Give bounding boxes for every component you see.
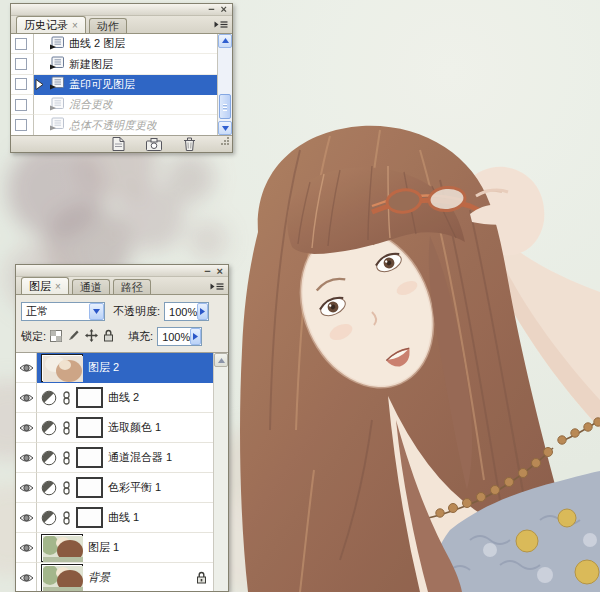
layer-name: 背景 (88, 570, 110, 585)
history-step-label: 混合更改 (69, 97, 113, 112)
tab-close-icon[interactable]: × (72, 20, 78, 31)
layer-mask-thumbnail[interactable] (76, 477, 103, 498)
new-document-from-state-button[interactable] (112, 137, 125, 151)
scrollbar-thumb[interactable] (219, 94, 231, 119)
history-state-icon (48, 36, 65, 52)
layer-thumbnail[interactable] (41, 534, 83, 562)
layer-row[interactable]: 选取颜色 1 (16, 413, 228, 443)
tab-channels[interactable]: 通道 (72, 279, 110, 294)
spinner-arrow-icon[interactable] (190, 328, 201, 345)
layer-row[interactable]: 通道混合器 1 (16, 443, 228, 473)
visibility-toggle[interactable] (16, 353, 37, 383)
visibility-toggle[interactable] (16, 563, 37, 591)
layer-row[interactable]: 图层 2 (16, 353, 228, 383)
history-state-icon (48, 56, 65, 72)
history-brush-checkbox[interactable] (15, 78, 27, 90)
visibility-toggle[interactable] (16, 383, 37, 413)
layer-name: 图层 1 (88, 540, 119, 555)
layers-tabrow: 图层 × 通道 路径 (16, 277, 228, 295)
scroll-up-arrow-icon[interactable] (218, 34, 232, 48)
history-step-label: 新建图层 (69, 57, 113, 72)
panel-menu-icon[interactable] (208, 280, 225, 292)
history-brush-source-cell[interactable] (11, 95, 34, 115)
layer-name: 图层 2 (88, 360, 119, 375)
opacity-field[interactable]: 100% (164, 302, 209, 321)
layer-mask-thumbnail[interactable] (76, 447, 103, 468)
layer-row[interactable]: 图层 1 (16, 533, 228, 563)
tab-paths[interactable]: 路径 (113, 279, 151, 294)
history-brush-source-cell[interactable] (11, 115, 34, 135)
lock-all-padlock-icon[interactable] (103, 329, 114, 344)
scroll-up-arrow-icon[interactable] (214, 353, 228, 367)
lock-position-move-icon[interactable] (85, 329, 98, 344)
close-button[interactable]: × (217, 266, 223, 276)
layer-thumbnail[interactable] (41, 564, 83, 592)
history-brush-checkbox[interactable] (15, 119, 27, 131)
history-step[interactable]: 曲线 2 图层 (11, 34, 232, 54)
history-brush-source-cell[interactable] (11, 54, 34, 74)
visibility-toggle[interactable] (16, 473, 37, 503)
tab-actions[interactable]: 动作 (89, 18, 127, 33)
layer-mask-thumbnail[interactable] (76, 387, 103, 408)
trash-delete-button[interactable] (183, 137, 196, 151)
adjustment-layer-icon (41, 450, 57, 466)
history-step-undone[interactable]: 混合更改 (11, 95, 232, 115)
lock-label: 锁定: (21, 329, 46, 344)
new-snapshot-camera-button[interactable] (146, 138, 162, 151)
tab-layers[interactable]: 图层 × (21, 277, 69, 294)
history-step-label: 盖印可见图层 (69, 77, 135, 92)
history-scrollbar[interactable] (217, 34, 232, 135)
history-state-icon (48, 76, 65, 92)
lock-paint-brush-icon[interactable] (67, 329, 80, 344)
chevron-down-icon[interactable] (89, 303, 104, 320)
fill-label: 填充: (128, 329, 153, 344)
layers-scrollbar[interactable] (213, 353, 228, 591)
visibility-toggle[interactable] (16, 503, 37, 533)
fill-field[interactable]: 100% (157, 327, 202, 346)
layer-name: 曲线 1 (108, 510, 139, 525)
blend-mode-value: 正常 (22, 304, 89, 319)
history-brush-source-cell[interactable] (11, 75, 34, 95)
layer-row-background[interactable]: 背景 (16, 563, 228, 591)
opacity-label: 不透明度: (113, 304, 160, 319)
resize-grip-icon[interactable] (220, 132, 230, 150)
history-step-current[interactable]: 盖印可见图层 (11, 75, 232, 95)
history-brush-checkbox[interactable] (15, 38, 27, 50)
layer-name: 选取颜色 1 (108, 420, 161, 435)
history-step[interactable]: 新建图层 (11, 54, 232, 74)
adjustment-layer-icon (41, 420, 57, 436)
history-panel: − × 历史记录 × 动作 曲线 2 图层 (10, 3, 233, 153)
history-brush-checkbox[interactable] (15, 99, 27, 111)
blend-mode-select[interactable]: 正常 (21, 302, 105, 321)
tab-layers-label: 图层 (29, 279, 51, 294)
adjustment-layer-icon (41, 480, 57, 496)
history-step-undone[interactable]: 总体不透明度更改 (11, 115, 232, 135)
panel-menu-icon[interactable] (212, 19, 229, 31)
spinner-arrow-icon[interactable] (197, 303, 208, 320)
layer-mask-thumbnail[interactable] (76, 417, 103, 438)
layer-row[interactable]: 曲线 1 (16, 503, 228, 533)
history-brush-checkbox[interactable] (15, 58, 27, 70)
history-brush-source-cell[interactable] (11, 34, 34, 54)
lock-transparency-icon[interactable] (50, 330, 62, 344)
link-icon (62, 391, 71, 405)
lock-icon (196, 571, 207, 584)
tab-history[interactable]: 历史记录 × (16, 16, 86, 33)
history-state-icon (48, 117, 65, 133)
layer-row[interactable]: 色彩平衡 1 (16, 473, 228, 503)
visibility-toggle[interactable] (16, 533, 37, 563)
close-button[interactable]: × (221, 4, 227, 14)
minimize-button[interactable]: − (204, 266, 210, 276)
visibility-toggle[interactable] (16, 413, 37, 443)
visibility-toggle[interactable] (16, 443, 37, 473)
minimize-button[interactable]: − (208, 4, 214, 14)
tab-history-label: 历史记录 (24, 18, 68, 33)
tab-close-icon[interactable]: × (55, 281, 61, 292)
link-icon (62, 451, 71, 465)
layer-thumbnail[interactable] (41, 354, 83, 382)
layer-mask-thumbnail[interactable] (76, 507, 103, 528)
layer-row[interactable]: 曲线 2 (16, 383, 228, 413)
history-step-label: 曲线 2 图层 (69, 36, 125, 51)
history-bottom-bar (11, 135, 232, 152)
history-panel-titlebar: − × (11, 4, 232, 16)
